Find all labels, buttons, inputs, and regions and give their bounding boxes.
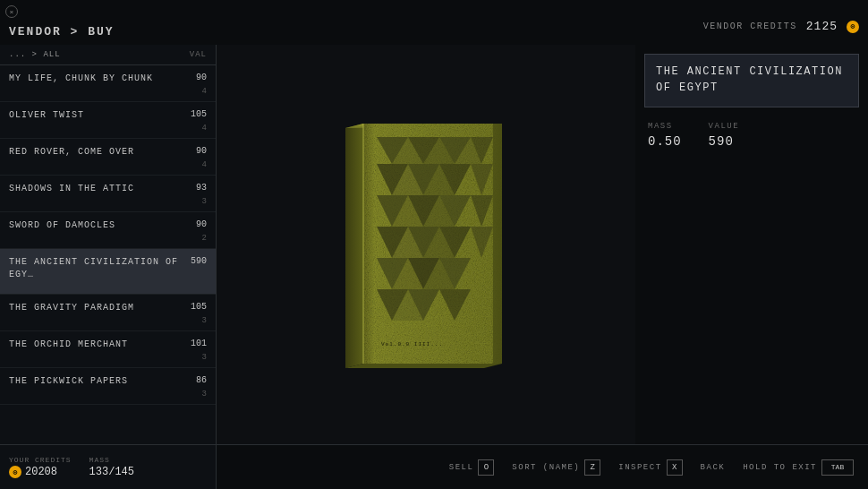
list-item-sub: 3 — [9, 195, 207, 208]
list-item-sub: 4 — [9, 159, 207, 171]
vendor-credits-label: VENDOR CREDITS — [703, 21, 797, 31]
list-item-val: 90 — [196, 73, 207, 82]
item-preview-area: Vol.0.0 IIII... — [217, 45, 635, 444]
action-item-2[interactable]: INSPECTX — [618, 459, 682, 476]
list-item-sub: 4 — [9, 85, 207, 98]
item-list: MY LIFE, CHUNK BY CHUNK 90 4 OLIVER TWIS… — [0, 65, 216, 416]
vendor-credits-bar: VENDOR CREDITS 2125 ⊙ — [703, 20, 859, 33]
list-item-sub: 3 — [9, 314, 207, 327]
list-item-val: 105 — [191, 302, 207, 312]
action-label: INSPECT — [618, 463, 661, 472]
list-item-name: THE PICKWICK PAPERS — [9, 375, 196, 388]
player-credits-label: YOUR CREDITS — [9, 456, 72, 464]
list-item[interactable]: THE GRAVITY PARADIGM 105 3 — [0, 295, 216, 331]
svg-marker-35 — [345, 364, 502, 368]
key-badge: TAB — [821, 459, 854, 476]
list-item-name: SHADOWS IN THE ATTIC — [9, 183, 196, 195]
svg-rect-36 — [493, 124, 502, 364]
item-stats: MASS 0.50 VALUE 590 — [644, 122, 859, 149]
action-label: SORT (NAME) — [512, 463, 580, 472]
list-item-val: 93 — [196, 183, 207, 193]
mass-stat: MASS 0.50 — [648, 122, 682, 149]
vendor-credits-value: 2125 — [806, 20, 838, 33]
list-item-name: THE ANCIENT CIVILIZATION OF EGY… — [9, 256, 191, 281]
list-item-name: MY LIFE, CHUNK BY CHUNK — [9, 73, 196, 85]
item-title: THE ANCIENT CIVILIZATION OF EGYPT — [656, 64, 847, 96]
list-item-name: RED ROVER, COME OVER — [9, 146, 196, 159]
action-item-3[interactable]: HOLD TO EXITTAB — [743, 459, 854, 476]
list-item-sub: 2 — [9, 232, 207, 244]
key-badge: X — [667, 459, 683, 476]
action-item-1[interactable]: SORT (NAME)Z — [512, 459, 600, 476]
list-item-val: 86 — [196, 375, 207, 385]
list-item[interactable]: SHADOWS IN THE ATTIC 93 3 — [0, 176, 216, 212]
value-stat-value: 590 — [709, 134, 740, 149]
close-icon: × — [10, 8, 14, 16]
svg-text:Vol.0.0 IIII...: Vol.0.0 IIII... — [381, 341, 443, 347]
item-list-panel: ... > ALL VAL MY LIFE, CHUNK BY CHUNK 90… — [0, 45, 217, 444]
list-item-val: 590 — [191, 256, 207, 266]
action-label: SELL — [449, 463, 474, 472]
credits-icon: ⊙ — [847, 21, 859, 33]
list-item[interactable]: THE ANCIENT CIVILIZATION OF EGY… 590 — [0, 249, 216, 295]
book-spine — [345, 124, 363, 368]
action-item-0[interactable]: SELLO — [449, 459, 495, 476]
page-title: VENDOR > BUY — [9, 25, 115, 39]
list-item-val: 90 — [196, 146, 207, 156]
player-credits-value: ⊙ 20208 — [9, 466, 72, 478]
list-item-sub: 3 — [9, 351, 207, 364]
list-item[interactable]: SWORD OF DAMOCLES 90 2 — [0, 212, 216, 249]
list-item-name: OLIVER TWIST — [9, 109, 191, 122]
player-credits-icon: ⊙ — [9, 466, 21, 478]
item-title-box: THE ANCIENT CIVILIZATION OF EGYPT — [644, 54, 859, 107]
mass-stat-value: 0.50 — [648, 134, 682, 149]
list-item-val: 90 — [196, 219, 207, 229]
mass-stat-label: MASS — [648, 122, 682, 131]
list-item[interactable]: THE PICKWICK PAPERS 86 3 — [0, 368, 216, 405]
list-item-name: THE ORCHID MERCHANT — [9, 339, 191, 351]
player-credits-number: 20208 — [25, 466, 57, 478]
player-credits-group: YOUR CREDITS ⊙ 20208 — [9, 456, 72, 478]
close-button[interactable]: × — [5, 5, 18, 18]
value-stat-label: VALUE — [709, 122, 740, 131]
key-badge: O — [478, 459, 494, 476]
list-item[interactable]: RED ROVER, COME OVER 90 4 — [0, 139, 216, 176]
value-stat: VALUE 590 — [709, 122, 740, 149]
list-item-val: 101 — [191, 339, 207, 348]
list-item-name: THE GRAVITY PARADIGM — [9, 302, 191, 314]
player-mass-value: 133/145 — [89, 466, 134, 478]
key-badge: Z — [584, 459, 600, 476]
list-header: ... > ALL VAL — [0, 45, 216, 65]
list-item-name: SWORD OF DAMOCLES — [9, 219, 196, 232]
book-model: Vol.0.0 IIII... — [328, 115, 524, 374]
back-label: BACK — [701, 463, 726, 472]
list-item-sub: 3 — [9, 388, 207, 400]
list-item[interactable]: MY LIFE, CHUNK BY CHUNK 90 4 — [0, 65, 216, 102]
list-item[interactable]: OLIVER TWIST 105 4 — [0, 102, 216, 139]
player-mass-label: MASS — [89, 456, 134, 464]
action-label: HOLD TO EXIT — [743, 463, 817, 472]
player-mass-group: MASS 133/145 — [89, 456, 134, 478]
player-stats-bar: YOUR CREDITS ⊙ 20208 MASS 133/145 — [0, 444, 217, 489]
list-item-sub: 4 — [9, 122, 207, 134]
val-column-header: VAL — [190, 50, 207, 59]
list-item[interactable]: THE ORCHID MERCHANT 101 3 — [0, 331, 216, 368]
filter-label[interactable]: ... > ALL — [9, 50, 61, 59]
item-detail-panel: THE ANCIENT CIVILIZATION OF EGYPT MASS 0… — [635, 45, 868, 444]
list-item-val: 105 — [191, 109, 207, 119]
action-bar: SELLOSORT (NAME)ZINSPECTXBACKHOLD TO EXI… — [217, 444, 868, 489]
